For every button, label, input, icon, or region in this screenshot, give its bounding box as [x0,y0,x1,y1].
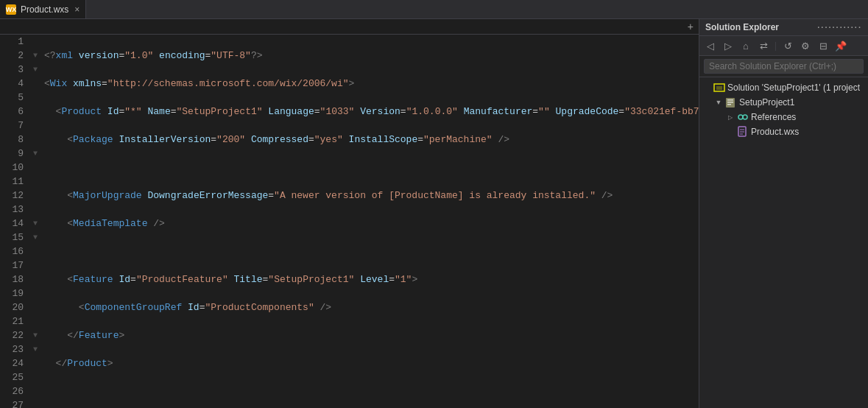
se-home-button[interactable]: ⌂ [738,38,754,54]
fold-22[interactable]: ▼ [29,328,41,342]
fold-2[interactable]: ▼ [29,49,41,63]
setupproject1-label: SetupProject1 [739,97,794,108]
solution-label: Solution 'SetupProject1' (1 project [727,82,860,93]
tab-close-button[interactable]: × [74,4,80,15]
line-4: <Package InstallerVersion="200" Compress… [41,133,699,147]
se-refresh-button[interactable]: ↺ [780,38,796,54]
code-content[interactable]: 12345 678910 1112131415 1617181920 21222… [0,35,699,408]
productwxs-label: Product.wxs [751,127,799,137]
setupproject1-node[interactable]: ▼ SetupProject1 [699,95,868,110]
fold-23[interactable]: ▼ [29,342,41,356]
line-11: </Feature> [41,328,699,342]
svg-rect-3 [727,99,733,101]
solution-icon [713,82,725,94]
se-pin-button[interactable]: 📌 [833,38,849,54]
fold-15[interactable]: ▼ [29,231,41,245]
solution-explorer-title-bar: Solution Explorer ············ [699,19,868,36]
tab-label: Product.wxs [21,4,68,15]
productwxs-arrow [726,127,735,136]
fold-14[interactable]: ▼ [29,217,41,231]
line-8 [41,245,699,258]
line-5 [41,161,699,175]
line-2: <Wix xmlns="http://schemas.microsoft.com… [41,77,699,91]
line-6: <MajorUpgrade DowngradeErrorMessage="A n… [41,189,699,203]
references-node[interactable]: ▷ References [699,110,868,124]
solution-explorer-dots: ············ [817,23,862,32]
fold-3[interactable]: ▼ [29,63,41,77]
se-sync-button[interactable]: ⇄ [755,38,772,54]
setupproject1-arrow: ▼ [714,98,723,107]
line-13 [41,384,699,398]
editor-toolbar: + [0,19,699,35]
solution-explorer-search-input[interactable] [704,59,864,74]
wxs-icon [737,126,749,138]
solution-node[interactable]: Solution 'SetupProject1' (1 project [699,80,868,95]
references-icon [737,111,749,123]
line-9: <Feature Id="ProductFeature" Title="Setu… [41,272,699,286]
line-10: <ComponentGroupRef Id="ProductComponents… [41,300,699,314]
fold-9[interactable]: ▼ [29,147,41,161]
se-settings-button[interactable]: ⚙ [797,38,814,54]
references-label: References [751,112,796,122]
line-1: <?xml version="1.0" encoding="UTF-8"?> [41,49,699,63]
svg-rect-4 [727,102,733,103]
line-7: <MediaTemplate /> [41,217,699,231]
references-arrow: ▷ [726,113,735,122]
solution-explorer-title: Solution Explorer [705,22,779,32]
solution-explorer-toolbar: ◁ ▷ ⌂ ⇄ | ↺ ⚙ ⊟ 📌 [699,36,868,56]
code-editor: + 12345 678910 1112131415 1617181920 212… [0,19,699,408]
line-numbers: 12345 678910 1112131415 1617181920 21222… [0,35,29,408]
se-back-button[interactable]: ◁ [702,38,719,54]
product-wxs-tab[interactable]: WX Product.wxs × [0,0,86,18]
svg-rect-1 [716,86,722,90]
solution-explorer: Solution Explorer ············ ◁ ▷ ⌂ ⇄ |… [699,19,868,408]
se-forward-button[interactable]: ▷ [720,38,736,54]
code-lines[interactable]: <?xml version="1.0" encoding="UTF-8"?> <… [41,35,699,408]
main-area: + 12345 678910 1112131415 1617181920 212… [0,19,868,408]
solution-explorer-tree: Solution 'SetupProject1' (1 project ▼ Se… [699,77,868,408]
svg-rect-5 [727,104,731,105]
productwxs-node[interactable]: Product.wxs [699,124,868,139]
fold-area: ▼ ▼ ▼ ▼ ▼ ▼ ▼ [29,35,41,408]
se-dock-button[interactable]: ⊟ [815,38,831,54]
editor-expand-button[interactable]: + [685,21,696,32]
line-12: </Product> [41,356,699,370]
tab-bar: WX Product.wxs × [0,0,868,19]
solution-explorer-search [699,56,868,77]
line-3: <Product Id="*" Name="SetupProject1" Lan… [41,105,699,119]
project-icon [725,96,737,108]
solution-arrow [702,83,711,92]
wxs-file-icon: WX [6,4,16,15]
